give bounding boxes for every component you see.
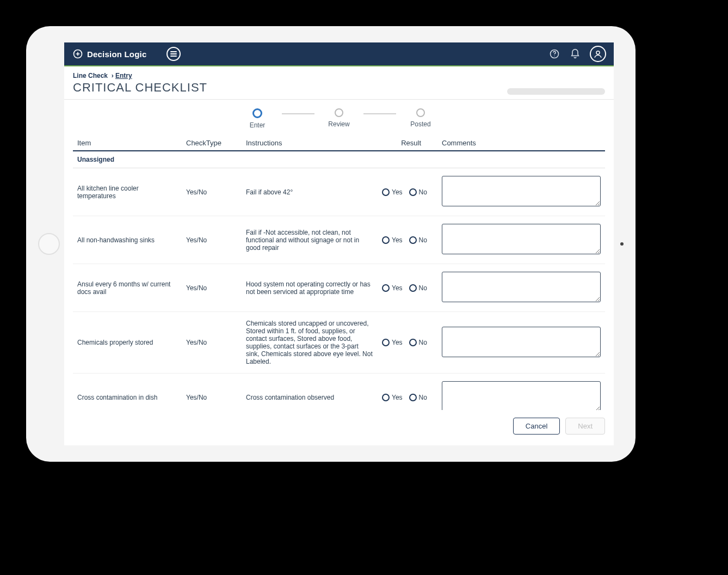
radio-yes[interactable] bbox=[382, 394, 390, 401]
cell-instructions: Cross contamination observed bbox=[242, 374, 378, 411]
app-header: Decision Logic bbox=[64, 42, 614, 66]
step-connector bbox=[363, 113, 396, 114]
radio-yes[interactable] bbox=[382, 236, 390, 244]
group-row: Unassigned bbox=[73, 151, 605, 168]
col-header-checktype: CheckType bbox=[182, 136, 242, 151]
cell-item: Chemicals properly stored bbox=[73, 312, 182, 374]
svg-point-3 bbox=[596, 51, 600, 54]
table-row: Cross contamination in dish Yes/No Cross… bbox=[73, 374, 605, 411]
comments-input[interactable] bbox=[442, 272, 601, 302]
radio-no[interactable] bbox=[409, 394, 417, 401]
cell-instructions: Chemicals stored uncapped or uncovered, … bbox=[242, 312, 378, 374]
step-connector bbox=[282, 113, 314, 114]
cell-comments bbox=[437, 168, 605, 216]
table-row: All non-handwashing sinks Yes/No Fail if… bbox=[73, 216, 605, 264]
cell-item: All kitchen line cooler temperatures bbox=[73, 168, 182, 216]
cell-comments bbox=[437, 312, 605, 374]
radio-yes-label: Yes bbox=[392, 284, 403, 292]
comments-input[interactable] bbox=[442, 327, 601, 357]
cell-checktype: Yes/No bbox=[182, 374, 242, 411]
col-header-comments: Comments bbox=[437, 136, 605, 151]
cell-item: Cross contamination in dish bbox=[73, 374, 182, 411]
radio-no[interactable] bbox=[409, 339, 417, 346]
cell-comments bbox=[437, 264, 605, 312]
footer: Cancel Next bbox=[64, 410, 614, 445]
radio-no[interactable] bbox=[409, 188, 417, 196]
cell-result: Yes No bbox=[378, 168, 437, 216]
cancel-button[interactable]: Cancel bbox=[513, 418, 560, 435]
cell-result: Yes No bbox=[378, 374, 437, 411]
radio-no[interactable] bbox=[409, 236, 417, 244]
radio-no-label: No bbox=[419, 284, 427, 292]
progress-stepper: Enter Review Posted bbox=[64, 100, 614, 136]
radio-no-label: No bbox=[419, 188, 427, 196]
radio-no-label: No bbox=[419, 339, 427, 346]
cell-checktype: Yes/No bbox=[182, 264, 242, 312]
radio-no-label: No bbox=[419, 236, 427, 244]
cell-comments bbox=[437, 374, 605, 411]
brand-logo-icon bbox=[72, 48, 84, 60]
cell-comments bbox=[437, 216, 605, 264]
brand-name: Decision Logic bbox=[87, 50, 147, 59]
breadcrumb: Line Check › Entry bbox=[73, 72, 207, 79]
hamburger-menu-icon[interactable] bbox=[166, 47, 181, 61]
svg-point-2 bbox=[554, 56, 554, 56]
tablet-home-button[interactable] bbox=[38, 233, 60, 255]
radio-yes[interactable] bbox=[382, 188, 390, 196]
table-row: Chemicals properly stored Yes/No Chemica… bbox=[73, 312, 605, 374]
radio-yes-label: Yes bbox=[392, 394, 403, 401]
user-avatar-icon[interactable] bbox=[590, 46, 606, 62]
cell-checktype: Yes/No bbox=[182, 216, 242, 264]
help-icon[interactable] bbox=[548, 48, 560, 60]
step-review[interactable]: Review bbox=[314, 108, 363, 128]
comments-input[interactable] bbox=[442, 381, 601, 410]
radio-yes[interactable] bbox=[382, 284, 390, 292]
cell-checktype: Yes/No bbox=[182, 312, 242, 374]
cell-checktype: Yes/No bbox=[182, 168, 242, 216]
tablet-frame: Decision Logic bbox=[26, 26, 636, 462]
comments-input[interactable] bbox=[442, 176, 601, 206]
cell-result: Yes No bbox=[378, 264, 437, 312]
step-posted[interactable]: Posted bbox=[396, 108, 445, 128]
table-wrap[interactable]: Item CheckType Instructions Result Comme… bbox=[64, 136, 614, 410]
title-placeholder bbox=[507, 88, 605, 95]
cell-result: Yes No bbox=[378, 216, 437, 264]
app-screen: Decision Logic bbox=[64, 42, 614, 445]
breadcrumb-current[interactable]: Entry bbox=[115, 72, 132, 79]
cell-item: Ansul every 6 months w/ current docs ava… bbox=[73, 264, 182, 312]
radio-yes-label: Yes bbox=[392, 188, 403, 196]
cell-result: Yes No bbox=[378, 312, 437, 374]
radio-yes-label: Yes bbox=[392, 236, 403, 244]
cell-instructions: Fail if -Not accessible, not clean, not … bbox=[242, 216, 378, 264]
col-header-result: Result bbox=[378, 136, 437, 151]
step-enter[interactable]: Enter bbox=[233, 108, 282, 129]
col-header-instructions: Instructions bbox=[242, 136, 378, 151]
radio-no[interactable] bbox=[409, 284, 417, 292]
page-title: CRITICAL CHECKLIST bbox=[73, 81, 207, 95]
next-button: Next bbox=[565, 418, 605, 435]
table-row: All kitchen line cooler temperatures Yes… bbox=[73, 168, 605, 216]
subheader: Line Check › Entry CRITICAL CHECKLIST bbox=[64, 66, 614, 100]
group-label: Unassigned bbox=[73, 151, 605, 168]
cell-item: All non-handwashing sinks bbox=[73, 216, 182, 264]
cell-instructions: Hood system not operating correctly or h… bbox=[242, 264, 378, 312]
radio-yes-label: Yes bbox=[392, 339, 403, 346]
checklist-table: Item CheckType Instructions Result Comme… bbox=[73, 136, 605, 410]
radio-yes[interactable] bbox=[382, 339, 390, 346]
comments-input[interactable] bbox=[442, 224, 601, 254]
cell-instructions: Fail if above 42° bbox=[242, 168, 378, 216]
radio-no-label: No bbox=[419, 394, 427, 401]
col-header-item: Item bbox=[73, 136, 182, 151]
table-row: Ansul every 6 months w/ current docs ava… bbox=[73, 264, 605, 312]
breadcrumb-root[interactable]: Line Check bbox=[73, 72, 108, 79]
tablet-camera bbox=[620, 242, 624, 246]
bell-icon[interactable] bbox=[569, 48, 581, 60]
